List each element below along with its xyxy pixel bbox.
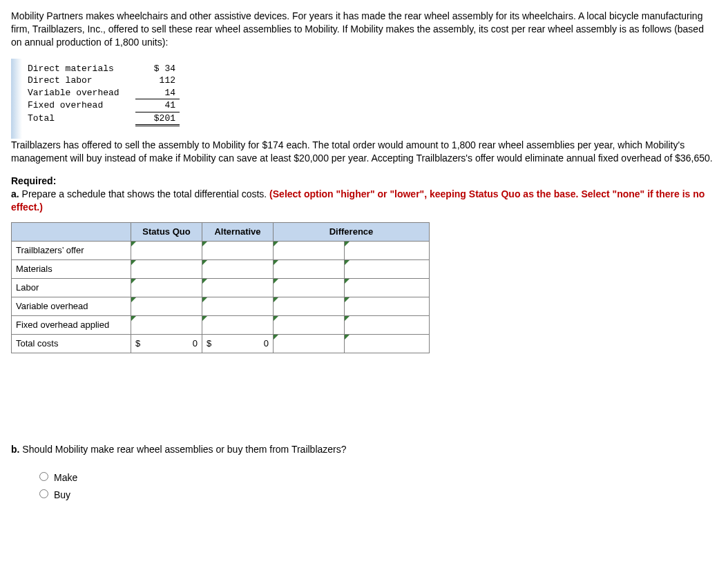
cost-row-value: 112 <box>135 75 180 87</box>
input-diff-dir-labor[interactable] <box>345 278 430 297</box>
corner-tick-icon <box>274 297 278 302</box>
option-buy-radio[interactable] <box>39 489 48 498</box>
cost-row-label: Variable overhead <box>23 87 135 99</box>
row-label-offer: Trailblazers’ offer <box>12 241 131 259</box>
input-diff-dir-total[interactable] <box>345 334 430 353</box>
required-label: Required: <box>11 175 717 188</box>
intro-paragraph-1: Mobility Partners makes wheelchairs and … <box>11 10 716 49</box>
part-b-prompt: b. Should Mobility make rear wheel assem… <box>11 443 717 456</box>
corner-tick-icon <box>345 242 349 246</box>
cost-table: Direct materials$ 34 Direct labor112 Var… <box>23 63 180 127</box>
option-make-label[interactable]: Make <box>36 470 717 484</box>
schedule-header-alternative: Alternative <box>202 222 274 241</box>
total-statusquo: $0 <box>131 334 202 353</box>
input-diff-amount-fixedoh[interactable] <box>274 315 345 334</box>
input-diff-amount-varoh[interactable] <box>274 297 345 315</box>
row-label-total: Total costs <box>12 334 131 353</box>
corner-tick-icon <box>345 297 349 302</box>
input-diff-dir-offer[interactable] <box>345 241 430 259</box>
corner-tick-icon <box>202 316 207 321</box>
input-alternative-labor[interactable] <box>202 278 274 297</box>
corner-tick-icon <box>131 297 136 302</box>
part-a-lead: a. <box>11 188 19 199</box>
schedule-header-difference: Difference <box>274 222 430 241</box>
option-make-radio[interactable] <box>39 472 48 481</box>
schedule-header-statusquo: Status Quo <box>131 222 202 241</box>
cost-row-value: $ 34 <box>135 63 180 75</box>
cost-row-value: 14 <box>135 87 180 99</box>
corner-tick-icon <box>274 279 278 284</box>
total-alternative: $0 <box>202 334 274 353</box>
schedule-table: Status Quo Alternative Difference Trailb… <box>11 222 430 353</box>
corner-tick-icon <box>202 279 207 284</box>
gradient-bar <box>11 59 22 139</box>
corner-tick-icon <box>131 242 136 246</box>
corner-tick-icon <box>202 260 207 265</box>
cost-row-value: 41 <box>135 99 180 112</box>
input-alternative-fixedoh[interactable] <box>202 315 274 334</box>
option-buy-label[interactable]: Buy <box>36 487 717 502</box>
corner-tick-icon <box>274 242 278 246</box>
cost-row-label: Fixed overhead <box>23 99 135 112</box>
part-b-lead: b. <box>11 444 19 455</box>
input-diff-amount-offer[interactable] <box>274 241 345 259</box>
row-label-labor: Labor <box>12 278 131 297</box>
cost-total-value: $201 <box>135 112 180 126</box>
input-alternative-offer[interactable] <box>202 241 274 259</box>
input-diff-dir-fixedoh[interactable] <box>345 315 430 334</box>
input-diff-amount-labor[interactable] <box>274 278 345 297</box>
input-statusquo-varoh[interactable] <box>131 297 202 315</box>
intro-paragraph-2: Trailblazers has offered to sell the ass… <box>11 139 716 165</box>
corner-tick-icon <box>131 279 136 284</box>
input-statusquo-labor[interactable] <box>131 278 202 297</box>
corner-tick-icon <box>274 316 278 321</box>
cost-table-wrap: Direct materials$ 34 Direct labor112 Var… <box>11 59 204 139</box>
corner-tick-icon <box>345 279 349 284</box>
part-b-text: Should Mobility make rear wheel assembli… <box>19 444 346 455</box>
row-label-materials: Materials <box>12 259 131 278</box>
corner-tick-icon <box>131 316 136 321</box>
cost-row-label: Direct materials <box>23 63 135 75</box>
corner-tick-icon <box>202 297 207 302</box>
corner-tick-icon <box>345 335 349 340</box>
part-a-text: Prepare a schedule that shows the total … <box>19 188 269 199</box>
corner-tick-icon <box>345 260 349 265</box>
input-statusquo-offer[interactable] <box>131 241 202 259</box>
cost-row-label: Direct labor <box>23 75 135 87</box>
input-statusquo-materials[interactable] <box>131 259 202 278</box>
corner-tick-icon <box>274 335 278 340</box>
row-label-varoh: Variable overhead <box>12 297 131 315</box>
corner-tick-icon <box>345 316 349 321</box>
corner-tick-icon <box>131 260 136 265</box>
input-statusquo-fixedoh[interactable] <box>131 315 202 334</box>
input-alternative-materials[interactable] <box>202 259 274 278</box>
input-diff-amount-materials[interactable] <box>274 259 345 278</box>
schedule-header-blank <box>12 222 131 241</box>
input-diff-dir-varoh[interactable] <box>345 297 430 315</box>
row-label-fixedoh: Fixed overhead applied <box>12 315 131 334</box>
input-diff-amount-total[interactable] <box>274 334 345 353</box>
input-alternative-varoh[interactable] <box>202 297 274 315</box>
corner-tick-icon <box>274 260 278 265</box>
part-a-prompt: a. Prepare a schedule that shows the tot… <box>11 188 717 214</box>
corner-tick-icon <box>202 242 207 246</box>
input-diff-dir-materials[interactable] <box>345 259 430 278</box>
make-buy-radio-group: Make Buy <box>36 470 717 502</box>
cost-total-label: Total <box>23 112 135 126</box>
